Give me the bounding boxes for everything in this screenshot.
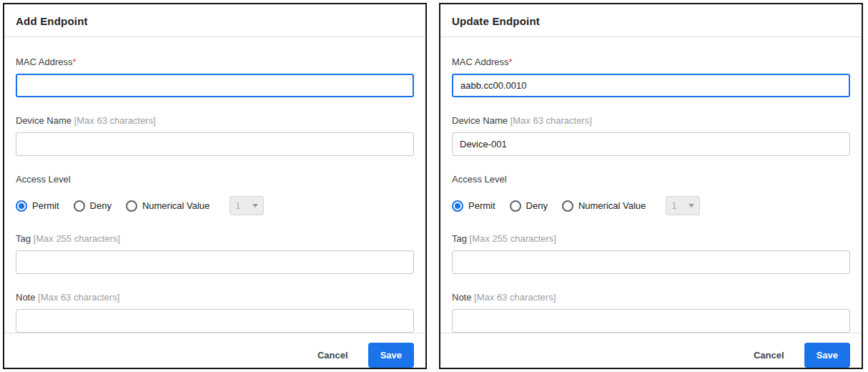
tag-input[interactable]: [16, 250, 414, 274]
radio-numerical-value-label: Numerical Value: [142, 200, 209, 211]
radio-numerical-value[interactable]: Numerical Value: [126, 200, 209, 212]
note-label: Note [Max 63 characters]: [16, 292, 414, 303]
update-endpoint-dialog: Update Endpoint MAC Address* Device Name…: [439, 3, 863, 369]
device-name-input[interactable]: [452, 132, 850, 156]
numerical-value-select[interactable]: 1: [230, 196, 264, 215]
cancel-button[interactable]: Cancel: [317, 350, 348, 361]
chevron-down-icon: [252, 204, 258, 207]
device-name-hint: [Max 63 characters]: [511, 115, 592, 126]
note-hint: [Max 63 characters]: [38, 292, 119, 303]
device-name-hint: [Max 63 characters]: [74, 115, 156, 126]
radio-deny-label: Deny: [90, 200, 112, 211]
dialog-footer: Cancel Save: [440, 333, 862, 372]
tag-hint: [Max 255 characters]: [34, 233, 120, 244]
save-button[interactable]: Save: [804, 343, 850, 368]
note-input[interactable]: [452, 309, 850, 333]
radio-selected-icon: [16, 200, 27, 212]
radio-permit[interactable]: Permit: [16, 200, 59, 212]
mac-address-input[interactable]: [16, 74, 414, 97]
dialog-body: MAC Address* Device Name [Max 63 charact…: [4, 37, 425, 333]
access-level-radio-group: Permit Deny Numerical Value 1: [16, 196, 414, 215]
radio-unselected-icon: [74, 200, 85, 212]
radio-deny[interactable]: Deny: [74, 200, 112, 212]
access-level-label: Access Level: [452, 174, 850, 185]
device-name-input[interactable]: [16, 132, 414, 156]
dialog-body: MAC Address* Device Name [Max 63 charact…: [440, 37, 862, 333]
radio-numerical-value[interactable]: Numerical Value: [562, 200, 646, 212]
radio-permit[interactable]: Permit: [452, 200, 495, 212]
access-level-radio-group: Permit Deny Numerical Value 1: [452, 196, 850, 215]
numerical-value-selected: 1: [235, 200, 240, 211]
note-label: Note [Max 63 characters]: [452, 292, 850, 303]
radio-unselected-icon: [510, 200, 521, 212]
radio-unselected-icon: [562, 200, 573, 212]
numerical-value-select[interactable]: 1: [666, 196, 700, 215]
radio-unselected-icon: [126, 200, 137, 212]
radio-permit-label: Permit: [32, 200, 59, 211]
device-name-label: Device Name [Max 63 characters]: [452, 115, 850, 126]
device-name-label: Device Name [Max 63 characters]: [16, 115, 414, 126]
mac-address-label: MAC Address*: [16, 57, 414, 67]
radio-numerical-value-label: Numerical Value: [578, 200, 646, 211]
tag-label: Tag [Max 255 characters]: [452, 233, 850, 244]
add-endpoint-dialog: Add Endpoint MAC Address* Device Name [M…: [3, 3, 427, 369]
dialog-title: Update Endpoint: [440, 4, 862, 37]
dialog-footer: Cancel Save: [4, 333, 425, 372]
required-asterisk: *: [508, 57, 512, 67]
tag-label: Tag [Max 255 characters]: [16, 233, 414, 244]
radio-permit-label: Permit: [468, 200, 495, 211]
dialog-title: Add Endpoint: [4, 4, 425, 37]
mac-address-input[interactable]: [452, 74, 850, 97]
cancel-button[interactable]: Cancel: [754, 350, 784, 361]
note-hint: [Max 63 characters]: [474, 292, 556, 303]
required-asterisk: *: [72, 57, 76, 67]
radio-deny-label: Deny: [526, 200, 548, 211]
save-button[interactable]: Save: [368, 343, 414, 368]
radio-selected-icon: [452, 200, 463, 212]
chevron-down-icon: [689, 204, 694, 207]
tag-hint: [Max 255 characters]: [470, 233, 556, 244]
tag-input[interactable]: [452, 250, 850, 274]
note-input[interactable]: [16, 309, 414, 333]
radio-deny[interactable]: Deny: [510, 200, 548, 212]
access-level-label: Access Level: [16, 174, 414, 185]
numerical-value-selected: 1: [671, 200, 676, 211]
page: Add Endpoint MAC Address* Device Name [M…: [0, 0, 868, 372]
mac-address-label: MAC Address*: [452, 57, 850, 67]
